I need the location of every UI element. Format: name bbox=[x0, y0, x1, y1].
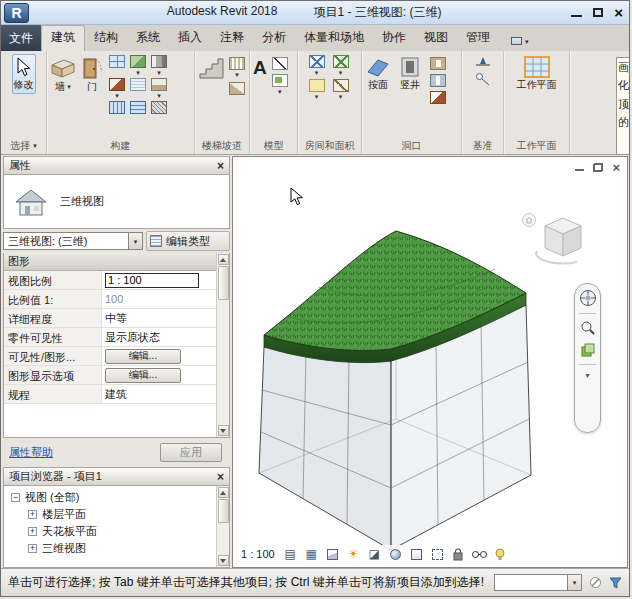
close-icon[interactable]: × bbox=[217, 471, 224, 483]
browser-scrollbar[interactable] bbox=[216, 486, 229, 567]
zoom-icon[interactable] bbox=[580, 320, 596, 336]
close-button[interactable]: × bbox=[614, 5, 623, 20]
apply-button[interactable]: 应用 bbox=[160, 443, 222, 462]
parts-visibility-value[interactable]: 显示原状态 bbox=[105, 330, 160, 345]
tab-collaborate[interactable]: 协作 bbox=[373, 26, 415, 51]
visual-style-icon[interactable] bbox=[324, 546, 341, 562]
expand-icon[interactable]: + bbox=[28, 544, 37, 553]
chevron-down-icon[interactable]: ▾ bbox=[585, 371, 589, 380]
graphic-display-edit-button[interactable]: 编辑... bbox=[105, 368, 181, 383]
curtain-system-tool[interactable] bbox=[107, 100, 127, 114]
maximize-button[interactable] bbox=[593, 8, 603, 17]
level-tool[interactable] bbox=[473, 54, 493, 67]
tree-node-floor-plans[interactable]: + 楼层平面 bbox=[4, 506, 216, 523]
model-size-icon[interactable]: ▤ bbox=[282, 546, 299, 562]
project-browser-header[interactable]: 项目浏览器 - 项目1 × bbox=[3, 467, 230, 486]
tree-node-views[interactable]: − 视图 (全部) bbox=[4, 489, 216, 506]
close-icon[interactable]: × bbox=[217, 160, 224, 172]
tab-file[interactable]: 文件 bbox=[1, 25, 41, 51]
crop-region-icon[interactable] bbox=[429, 546, 446, 562]
crop-view-icon[interactable] bbox=[408, 546, 425, 562]
tag-room-tool[interactable]: ▾ bbox=[307, 78, 327, 100]
tab-view[interactable]: 视图 bbox=[415, 26, 457, 51]
scroll-down-icon[interactable] bbox=[218, 555, 229, 566]
tab-analyze[interactable]: 分析 bbox=[253, 26, 295, 51]
modify-button[interactable]: 修改 bbox=[12, 54, 36, 94]
tab-structure[interactable]: 结构 bbox=[85, 26, 127, 51]
vp-minimize-button[interactable] bbox=[575, 164, 584, 171]
reveal-hidden-icon[interactable] bbox=[492, 546, 509, 562]
mullion-tool[interactable] bbox=[149, 100, 169, 114]
vertical-opening-tool[interactable] bbox=[428, 73, 448, 87]
tab-insert[interactable]: 插入 bbox=[169, 26, 211, 51]
steering-wheel-icon[interactable] bbox=[579, 289, 597, 307]
view-scale-control[interactable]: 1 : 100 bbox=[238, 548, 278, 560]
ceiling-tool[interactable] bbox=[128, 77, 148, 99]
floor-tool[interactable]: ▾ bbox=[149, 77, 169, 99]
collapse-icon[interactable]: − bbox=[11, 493, 20, 502]
railing-tool[interactable]: ▾ bbox=[227, 56, 247, 78]
tab-annotate[interactable]: 注释 bbox=[211, 26, 253, 51]
status-dropdown[interactable]: ▾ bbox=[494, 574, 582, 591]
render-icon[interactable] bbox=[387, 546, 404, 562]
room-tool[interactable]: ▾ bbox=[307, 54, 327, 76]
detail-level-value[interactable]: 中等 bbox=[105, 311, 127, 326]
expand-icon[interactable]: + bbox=[28, 510, 37, 519]
model-group-tool[interactable]: ▾ bbox=[270, 73, 290, 95]
navigation-bar[interactable]: ▾ bbox=[574, 283, 601, 433]
shaft-opening-button[interactable]: 竖井 bbox=[394, 54, 426, 93]
view-scale-input[interactable] bbox=[105, 273, 199, 288]
scroll-down-icon[interactable] bbox=[218, 425, 229, 436]
column-tool[interactable]: ▾ bbox=[149, 54, 169, 76]
orbit-cube-icon[interactable] bbox=[580, 342, 596, 358]
tab-systems[interactable]: 系统 bbox=[127, 26, 169, 51]
model-text-button[interactable]: A bbox=[252, 54, 268, 82]
tree-node-3d-views[interactable]: + 三维视图 bbox=[4, 540, 216, 557]
tab-architecture[interactable]: 建筑 bbox=[41, 25, 85, 51]
editable-only-icon[interactable] bbox=[589, 576, 602, 589]
panel-select-label[interactable]: 选择▾ bbox=[1, 137, 46, 154]
grid-tool[interactable] bbox=[473, 71, 493, 86]
filter-icon[interactable] bbox=[609, 577, 622, 589]
ramp-tool[interactable] bbox=[227, 81, 247, 95]
curtain-grid-tool[interactable] bbox=[128, 100, 148, 114]
scrollbar-thumb[interactable] bbox=[218, 499, 229, 523]
component-tool[interactable]: ▾ bbox=[128, 54, 148, 76]
tab-massing-site[interactable]: 体量和场地 bbox=[295, 26, 373, 51]
vp-restore-button[interactable] bbox=[593, 163, 603, 172]
work-plane-button[interactable]: 工作平面 bbox=[509, 54, 565, 93]
expand-icon[interactable]: + bbox=[28, 527, 37, 536]
tree-node-ceiling-plans[interactable]: + 天花板平面 bbox=[4, 523, 216, 540]
scrollbar-thumb[interactable] bbox=[218, 266, 229, 300]
dormer-opening-tool[interactable] bbox=[428, 90, 448, 104]
properties-help-link[interactable]: 属性帮助 bbox=[9, 445, 53, 460]
window-tool[interactable] bbox=[107, 54, 127, 76]
roof-tool[interactable]: ▾ bbox=[107, 77, 127, 99]
properties-panel-header[interactable]: 属性 × bbox=[3, 156, 230, 175]
section-graphics[interactable]: 图形 bbox=[4, 253, 216, 271]
lock-3d-view-icon[interactable] bbox=[450, 546, 467, 562]
room-separator-tool[interactable]: ▾ bbox=[331, 54, 351, 76]
shadows-icon[interactable]: ◪ bbox=[366, 546, 383, 562]
area-tool[interactable]: ▾ bbox=[331, 78, 351, 100]
detail-level-icon[interactable]: ▦ bbox=[303, 546, 320, 562]
revit-logo[interactable]: R bbox=[4, 3, 29, 23]
ribbon-display-toggle[interactable]: ▾ bbox=[511, 37, 529, 45]
visibility-graphics-edit-button[interactable]: 编辑... bbox=[105, 349, 181, 364]
vp-close-button[interactable]: × bbox=[612, 161, 620, 174]
view-cube[interactable] bbox=[521, 209, 587, 271]
type-selector-dropdown[interactable]: 三维视图: (三维) ▾ bbox=[3, 232, 143, 250]
model-line-tool[interactable] bbox=[270, 56, 290, 70]
door-button[interactable]: 门 bbox=[79, 54, 105, 95]
tab-manage[interactable]: 管理 bbox=[457, 26, 499, 51]
scroll-up-icon[interactable] bbox=[218, 254, 229, 265]
discipline-value[interactable]: 建筑 bbox=[105, 387, 127, 402]
stair-button[interactable] bbox=[197, 54, 225, 82]
hide-isolate-icon[interactable] bbox=[471, 546, 488, 562]
properties-scrollbar[interactable] bbox=[216, 253, 229, 437]
edit-type-button[interactable]: 编辑类型 bbox=[146, 231, 230, 251]
scroll-up-icon[interactable] bbox=[218, 487, 229, 498]
opening-by-face-button[interactable]: 按面 bbox=[364, 54, 392, 93]
drawing-area[interactable]: × bbox=[232, 156, 628, 568]
wall-opening-tool[interactable] bbox=[428, 56, 448, 70]
